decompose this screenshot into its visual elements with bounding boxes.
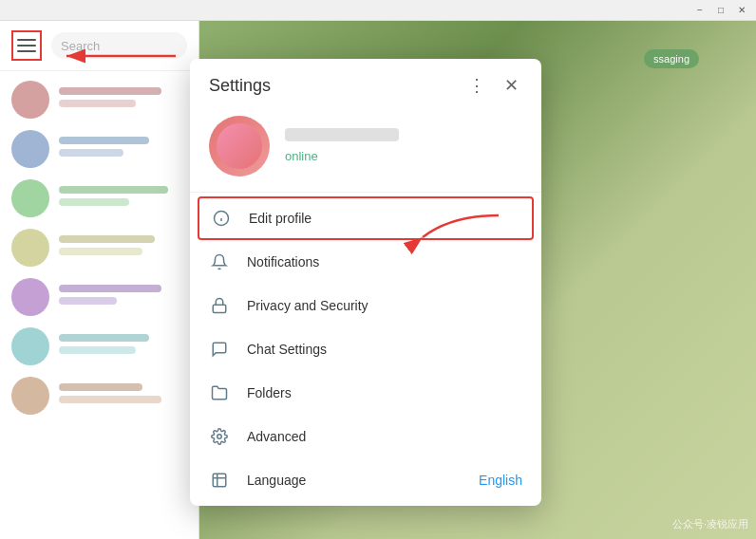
menu-item-language[interactable]: Language English bbox=[190, 458, 541, 502]
language-label: Language bbox=[247, 473, 462, 488]
profile-info: online bbox=[285, 128, 522, 164]
more-options-button[interactable]: ⋮ bbox=[465, 74, 488, 97]
menu-item-folders[interactable]: Folders bbox=[190, 371, 541, 415]
advanced-label: Advanced bbox=[247, 429, 522, 444]
profile-section: online bbox=[190, 108, 541, 193]
profile-status: online bbox=[285, 149, 318, 163]
menu-item-advanced[interactable]: Advanced bbox=[190, 415, 541, 458]
modal-overlay: Settings ⋮ ✕ online bbox=[0, 21, 756, 539]
svg-point-6 bbox=[217, 435, 222, 439]
bell-icon bbox=[209, 251, 230, 272]
notifications-label: Notifications bbox=[247, 254, 522, 270]
svg-rect-7 bbox=[213, 474, 226, 487]
language-icon bbox=[209, 470, 230, 491]
menu-item-chat-settings[interactable]: Chat Settings bbox=[190, 327, 541, 371]
modal-title: Settings bbox=[209, 76, 271, 96]
restore-button[interactable]: □ bbox=[714, 4, 728, 17]
svg-rect-5 bbox=[213, 305, 226, 312]
menu-item-edit-profile[interactable]: Edit profile bbox=[198, 196, 534, 240]
folders-label: Folders bbox=[247, 385, 522, 400]
chat-settings-label: Chat Settings bbox=[247, 342, 522, 357]
menu-list: Edit profile Notifications bbox=[190, 193, 541, 506]
settings-icon bbox=[209, 426, 230, 447]
avatar bbox=[209, 116, 270, 177]
privacy-label: Privacy and Security bbox=[247, 298, 522, 313]
modal-header: Settings ⋮ ✕ bbox=[190, 59, 541, 108]
settings-modal: Settings ⋮ ✕ online bbox=[190, 59, 541, 506]
minimize-button[interactable]: − bbox=[693, 4, 707, 17]
profile-name bbox=[285, 128, 399, 141]
edit-profile-label: Edit profile bbox=[249, 211, 520, 226]
window-chrome: − □ ✕ bbox=[0, 0, 756, 21]
info-icon bbox=[211, 208, 232, 229]
close-button[interactable]: ✕ bbox=[735, 4, 748, 17]
close-modal-button[interactable]: ✕ bbox=[500, 74, 522, 97]
language-value: English bbox=[479, 473, 522, 488]
lock-icon bbox=[209, 295, 230, 316]
modal-header-actions: ⋮ ✕ bbox=[465, 74, 522, 97]
menu-item-notifications[interactable]: Notifications bbox=[190, 240, 541, 284]
chat-icon bbox=[209, 339, 230, 360]
menu-item-privacy[interactable]: Privacy and Security bbox=[190, 284, 541, 327]
folder-icon bbox=[209, 382, 230, 403]
